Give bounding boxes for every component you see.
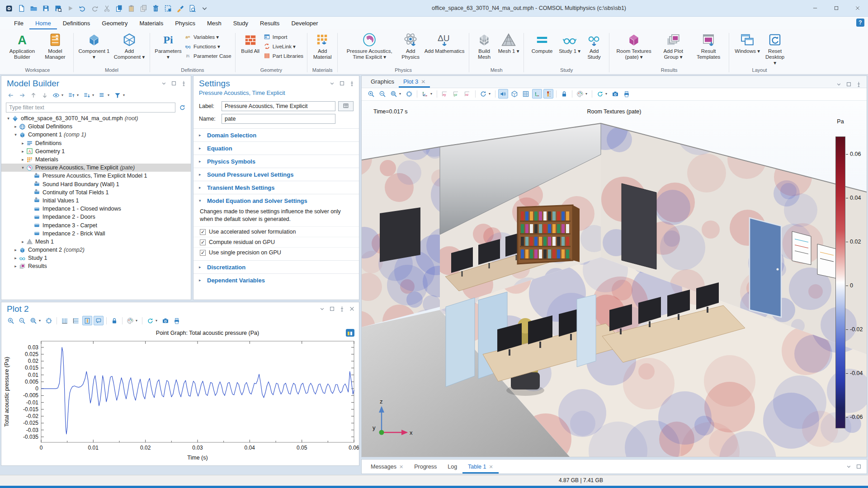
menu-materials[interactable]: Materials	[133, 18, 169, 29]
section-spl-settings[interactable]: ▸Sound Pressure Level Settings	[193, 168, 359, 181]
paste-button[interactable]	[127, 4, 136, 13]
livelink-button[interactable]: LiveLink ▾	[264, 43, 303, 50]
model-tree-nodes-button[interactable]	[97, 90, 107, 100]
functions-button[interactable]: f(x)Functions ▾	[184, 43, 231, 50]
section-equation[interactable]: ▸Equation	[193, 141, 359, 155]
duplicate-button[interactable]	[139, 4, 148, 13]
model-manager-button[interactable]: Model Manager	[41, 31, 70, 60]
tree-expander-icon[interactable]: ▸	[12, 264, 19, 268]
back-button[interactable]	[6, 90, 16, 100]
save-button[interactable]	[41, 4, 50, 13]
print-button[interactable]	[622, 89, 632, 99]
tree-item[interactable]: DPressure Acoustics, Time Explicit Model…	[1, 172, 191, 180]
rename-button[interactable]	[338, 101, 354, 111]
tree-item[interactable]: ▸Materials	[1, 155, 191, 164]
select-button[interactable]	[163, 4, 172, 13]
section-discretization[interactable]: ▸Discretization	[193, 260, 359, 273]
pin-panel-icon[interactable]	[181, 80, 187, 87]
tree-item[interactable]: ▸Results	[1, 262, 191, 270]
tree-item[interactable]: ▸AGeometry 1	[1, 147, 191, 155]
room-textures-button[interactable]: Room Textures (pate) ▾	[613, 31, 655, 60]
move-up-button[interactable]	[28, 90, 38, 100]
zoom-out-button[interactable]	[17, 316, 27, 325]
panel-menu-icon[interactable]	[836, 81, 842, 88]
tree-expander-icon[interactable]: ▸	[12, 256, 19, 260]
tree-item[interactable]: ▾office_space_63_30T0_N4_ma_out.mph(root…	[1, 114, 191, 122]
application-builder-button[interactable]: AApplication Builder	[5, 31, 39, 60]
tree-expander-icon[interactable]: ▾	[5, 116, 12, 121]
build-all-button[interactable]: Build All	[239, 31, 262, 54]
pin-panel-icon[interactable]	[856, 81, 862, 88]
result-templates-button[interactable]: Result Templates	[692, 31, 725, 60]
pressure-acoustics-button[interactable]: Pressure Acoustics, Time Explicit ▾	[341, 31, 397, 60]
show-button[interactable]	[51, 90, 61, 100]
run-button[interactable]	[66, 4, 75, 13]
tree-item[interactable]: ▸Definitions	[1, 139, 191, 147]
part-libraries-button[interactable]: Part Libraries	[264, 52, 303, 59]
tree-item[interactable]: Impedance 1 - Closed windows	[1, 205, 191, 213]
plot-update-button[interactable]	[145, 316, 155, 325]
tree-expander-icon[interactable]: ▸	[19, 141, 26, 145]
image-snapshot-button[interactable]	[610, 89, 620, 99]
zoom-extents-button[interactable]	[404, 89, 414, 99]
checkbox-residual-gpu[interactable]: ✓ Compute residual on GPU	[193, 237, 359, 247]
tree-item[interactable]: DInitial Values 1	[1, 197, 191, 205]
collapse-all-button[interactable]	[66, 90, 76, 100]
reset-desktop-button[interactable]: Reset Desktop ▾	[764, 31, 786, 66]
rotate-view-button[interactable]	[478, 89, 488, 99]
tree-item[interactable]: Impedance 3 - Carpet	[1, 221, 191, 229]
filter-button[interactable]	[113, 90, 123, 100]
build-mesh-button[interactable]: Build Mesh	[473, 31, 495, 60]
menu-definitions[interactable]: Definitions	[57, 18, 96, 29]
tree-item[interactable]: ▾Component 1(comp 1)	[1, 131, 191, 139]
tree-item[interactable]: ▾Pressure Acoustics, Time Explicit(pate)	[1, 164, 191, 172]
section-model-equation[interactable]: ▾Model Equation and Solver Settings	[193, 194, 359, 207]
manual-axis-limits-button[interactable]	[82, 316, 92, 325]
label-field[interactable]	[222, 101, 335, 111]
panel-menu-icon[interactable]	[319, 306, 326, 312]
menu-developer[interactable]: Developer	[285, 18, 324, 29]
menu-file[interactable]: File	[8, 18, 29, 29]
section-physics-symbols[interactable]: ▸Physics Symbols	[193, 155, 359, 168]
find-button[interactable]	[188, 4, 197, 13]
open-button[interactable]	[29, 4, 38, 13]
windows-button[interactable]: Windows ▾	[733, 31, 762, 54]
plot-update-button[interactable]	[595, 89, 605, 99]
study-1-button[interactable]: Study 1 ▾	[558, 31, 581, 54]
tree-filter-input[interactable]	[6, 103, 175, 113]
tree-item[interactable]: DSound Hard Boundary (Wall) 1	[1, 180, 191, 188]
tree-item[interactable]: Impedance 2 - Doors	[1, 213, 191, 221]
add-material-button[interactable]: Add Material	[311, 31, 334, 60]
show-grid-button[interactable]	[521, 89, 531, 99]
zoom-extents-button[interactable]	[44, 316, 54, 325]
tab-progress[interactable]: Progress	[409, 461, 442, 474]
tree-expander-icon[interactable]: ▸	[19, 239, 26, 244]
compute-button[interactable]: Compute	[528, 31, 557, 54]
scene-light-button[interactable]	[575, 89, 585, 99]
lock-view-button[interactable]	[559, 89, 569, 99]
tree-item[interactable]: ▸Global Definitions	[1, 122, 191, 131]
float-panel-icon[interactable]	[329, 306, 335, 312]
float-panel-icon[interactable]	[339, 80, 345, 87]
checkbox-single-precision-gpu[interactable]: ✓ Use single precision on GPU	[193, 247, 359, 258]
undo-button[interactable]	[78, 4, 87, 13]
refresh-icon[interactable]	[177, 103, 187, 113]
tree-item[interactable]: DContinuity of Total Fields 1	[1, 188, 191, 197]
maximize-button[interactable]	[826, 0, 847, 17]
zoom-box-button[interactable]	[28, 316, 38, 325]
tab-graphics[interactable]: Graphics	[366, 76, 399, 88]
menu-geometry[interactable]: Geometry	[96, 18, 133, 29]
tab-plot3[interactable]: Plot 3✕	[399, 76, 430, 88]
show-color-legend-button[interactable]	[543, 89, 553, 99]
pin-panel-icon[interactable]	[349, 80, 355, 87]
xz-view-button[interactable]: xz	[462, 89, 472, 99]
new-file-button[interactable]	[17, 4, 26, 13]
y-axis-log-button[interactable]	[71, 316, 81, 325]
add-study-button[interactable]: Add Study	[583, 31, 605, 60]
mesh-1-button[interactable]: Mesh 1 ▾	[497, 31, 520, 54]
close-tab-icon[interactable]: ✕	[399, 464, 403, 470]
tab-messages[interactable]: Messages✕	[365, 461, 409, 474]
tree-item[interactable]: ▸Component 2(comp2)	[1, 246, 191, 254]
tree-expander-icon[interactable]: ▸	[12, 248, 19, 252]
zoom-in-button[interactable]	[366, 89, 376, 99]
